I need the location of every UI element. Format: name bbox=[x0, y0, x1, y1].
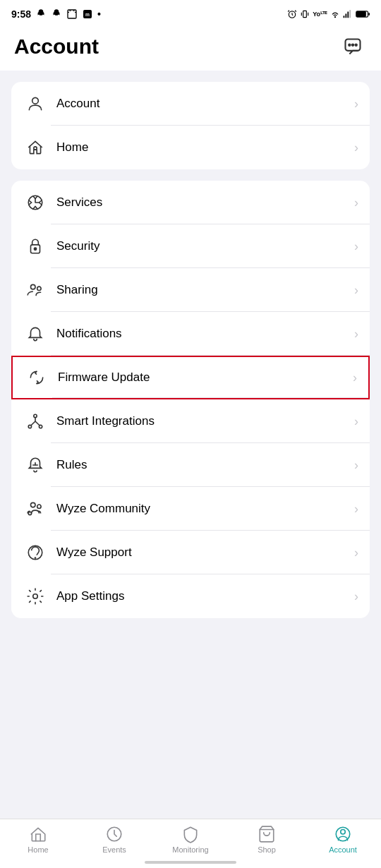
nav-shop-icon bbox=[258, 825, 276, 843]
nav-events-icon bbox=[105, 825, 123, 843]
svg-point-31 bbox=[35, 557, 35, 558]
svg-rect-7 bbox=[346, 13, 347, 18]
snapchat2-icon bbox=[51, 8, 62, 20]
chat-button[interactable] bbox=[339, 32, 367, 61]
page-title: Account bbox=[14, 35, 99, 59]
chevron-sharing: › bbox=[354, 283, 358, 298]
lte-indicator: Yoᴸᵀᴱ bbox=[313, 11, 327, 18]
nav-label-monitoring: Monitoring bbox=[172, 845, 208, 854]
menu-label-account: Account bbox=[56, 97, 354, 111]
menu-label-support: Wyze Support bbox=[56, 545, 354, 560]
chevron-settings: › bbox=[354, 589, 358, 604]
myicon-icon: m bbox=[82, 8, 93, 20]
menu-item-support[interactable]: Wyze Support › bbox=[11, 531, 370, 574]
smart-icon bbox=[23, 409, 48, 434]
security-icon bbox=[23, 234, 48, 259]
svg-text:m: m bbox=[85, 12, 90, 17]
chevron-smart: › bbox=[354, 414, 358, 429]
nav-home-icon bbox=[29, 825, 47, 843]
menu-item-home[interactable]: Home › bbox=[11, 126, 370, 169]
menu-item-settings[interactable]: App Settings › bbox=[11, 574, 370, 618]
status-left: 9:58 m • bbox=[11, 8, 101, 20]
card-group-1: Account › Home › bbox=[11, 82, 370, 169]
nav-monitoring-icon bbox=[181, 825, 200, 843]
svg-point-13 bbox=[349, 44, 350, 46]
svg-point-35 bbox=[341, 830, 346, 835]
menu-label-community: Wyze Community bbox=[56, 502, 354, 516]
nav-account-icon bbox=[334, 825, 352, 843]
svg-point-15 bbox=[356, 44, 357, 46]
svg-point-23 bbox=[34, 414, 37, 417]
nav-item-monitoring[interactable]: Monitoring bbox=[169, 825, 212, 854]
menu-label-firmware: Firmware Update bbox=[58, 370, 353, 385]
nav-label-account: Account bbox=[329, 845, 357, 854]
menu-label-rules: Rules bbox=[56, 458, 354, 472]
header: Account bbox=[0, 25, 381, 71]
chevron-home: › bbox=[354, 140, 358, 155]
menu-item-account[interactable]: Account › bbox=[11, 82, 370, 126]
menu-label-notifications: Notifications bbox=[56, 327, 354, 341]
svg-point-24 bbox=[28, 425, 31, 428]
nav-item-account[interactable]: Account bbox=[322, 825, 364, 854]
svg-point-27 bbox=[31, 502, 36, 507]
chevron-notifications: › bbox=[354, 327, 358, 342]
nav-label-home: Home bbox=[28, 845, 48, 854]
notifications-icon bbox=[23, 321, 48, 346]
menu-item-smart[interactable]: Smart Integrations › bbox=[11, 399, 370, 443]
nav-label-shop: Shop bbox=[258, 845, 276, 854]
svg-rect-6 bbox=[344, 16, 345, 18]
vibrate-icon bbox=[300, 9, 310, 19]
card-group-2: Services › Security › Sharing › Notifica… bbox=[11, 181, 370, 618]
status-time: 9:58 bbox=[11, 8, 31, 20]
support-icon bbox=[23, 540, 48, 565]
account-icon bbox=[23, 91, 48, 116]
menu-item-rules[interactable]: Rules › bbox=[11, 443, 370, 487]
firmware-icon bbox=[24, 365, 49, 390]
snapchat-icon bbox=[35, 8, 47, 20]
svg-point-28 bbox=[37, 505, 41, 508]
services-icon bbox=[23, 190, 48, 215]
chevron-support: › bbox=[354, 545, 358, 560]
home-indicator bbox=[145, 861, 236, 864]
nav-item-shop[interactable]: Shop bbox=[246, 825, 288, 854]
wifi-icon bbox=[330, 9, 340, 19]
content: Account › Home › Services › Security › bbox=[0, 71, 381, 618]
menu-item-community[interactable]: Wyze Community › bbox=[11, 487, 370, 531]
svg-point-16 bbox=[32, 97, 39, 104]
dot-indicator: • bbox=[97, 8, 101, 20]
status-right: Yoᴸᵀᴱ bbox=[287, 9, 370, 19]
home-icon bbox=[23, 135, 48, 160]
menu-item-sharing[interactable]: Sharing › bbox=[11, 268, 370, 312]
svg-rect-0 bbox=[68, 10, 76, 18]
svg-rect-8 bbox=[347, 12, 349, 18]
chevron-services: › bbox=[354, 195, 358, 210]
nav-label-events: Events bbox=[102, 845, 126, 854]
menu-item-services[interactable]: Services › bbox=[11, 181, 370, 224]
menu-label-security: Security bbox=[56, 239, 354, 253]
battery-icon bbox=[356, 10, 370, 18]
chevron-rules: › bbox=[354, 458, 358, 473]
menu-item-security[interactable]: Security › bbox=[11, 224, 370, 268]
svg-rect-4 bbox=[303, 11, 307, 17]
menu-item-firmware[interactable]: Firmware Update › bbox=[11, 356, 370, 399]
sharing-icon bbox=[23, 277, 48, 303]
svg-rect-11 bbox=[357, 12, 366, 17]
community-icon bbox=[23, 496, 48, 522]
chevron-community: › bbox=[354, 502, 358, 517]
svg-point-5 bbox=[334, 17, 335, 18]
signal-icon bbox=[343, 9, 353, 19]
chevron-firmware: › bbox=[353, 370, 357, 385]
svg-point-32 bbox=[33, 594, 38, 599]
chevron-account: › bbox=[354, 97, 358, 111]
menu-item-notifications[interactable]: Notifications › bbox=[11, 312, 370, 356]
svg-point-21 bbox=[31, 284, 36, 289]
chevron-security: › bbox=[354, 239, 358, 254]
settings-icon bbox=[23, 584, 48, 609]
nav-item-events[interactable]: Events bbox=[93, 825, 135, 854]
svg-rect-9 bbox=[349, 10, 351, 18]
nav-item-home[interactable]: Home bbox=[17, 825, 59, 854]
svg-point-20 bbox=[34, 248, 36, 250]
svg-point-17 bbox=[34, 147, 37, 150]
rules-icon bbox=[23, 452, 48, 478]
menu-label-sharing: Sharing bbox=[56, 283, 354, 297]
